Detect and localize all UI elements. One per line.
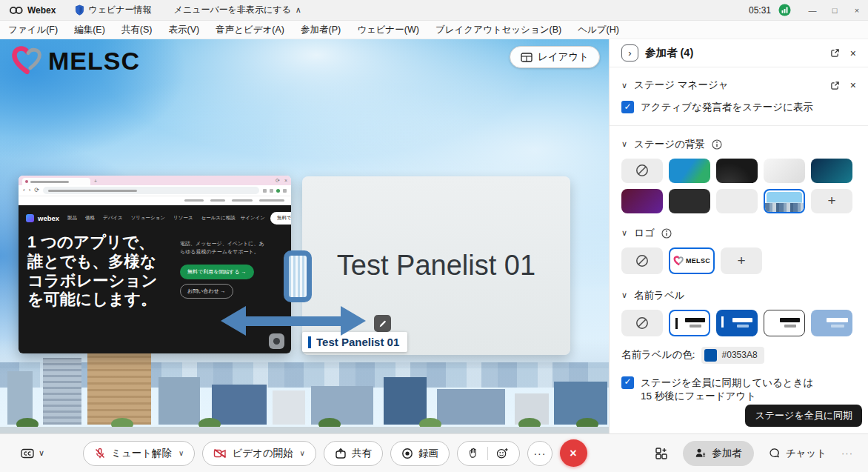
stage-brand-logo: MELSC [10, 45, 140, 76]
background-swatch-teal[interactable] [811, 159, 852, 183]
background-swatch-dark-gray[interactable] [669, 189, 710, 213]
shared-screen-badge-icon [269, 333, 284, 349]
popout-panel-icon[interactable] [830, 48, 840, 58]
collapse-panel-button[interactable]: › [621, 44, 638, 62]
background-swatch-purple[interactable] [621, 189, 663, 213]
site-nav-devices[interactable]: デバイス [103, 215, 123, 222]
stage-manager-section-header[interactable]: ∨ ステージ マネージャ × [621, 76, 856, 94]
popout-stage-manager-icon[interactable] [830, 81, 840, 90]
start-video-button[interactable]: ビデオの開始 ∨ [202, 441, 316, 466]
double-arrow-annotation-left [221, 306, 246, 336]
browser-tab[interactable] [22, 178, 90, 185]
menu-view[interactable]: 表示(V) [160, 24, 207, 36]
minimize-button[interactable]: — [801, 0, 824, 21]
leave-webinar-button[interactable]: × [560, 439, 587, 467]
more-options-button[interactable]: ··· [527, 441, 552, 466]
webex-site-logo-icon [26, 214, 34, 222]
background-swatch-black[interactable] [716, 159, 758, 183]
stage: MELSC レイアウト + ⟳× ‹ › ⟳ [0, 39, 609, 433]
logo-swatch-melsc-selected[interactable]: MELSC [669, 247, 715, 274]
name-label-section-header[interactable]: ∨ 名前ラベル [621, 289, 856, 302]
site-nav-resources[interactable]: リソース [173, 215, 193, 222]
site-link-signin[interactable]: サインイン [241, 215, 265, 222]
edit-name-label-button[interactable] [374, 315, 391, 332]
site-link-sales[interactable]: セールスに相談 [201, 215, 236, 222]
close-window-button[interactable]: × [846, 0, 868, 21]
site-nav-pricing[interactable]: 価格 [85, 215, 95, 222]
active-speaker-checkbox-row[interactable]: ✓ アクティブな発言者をステージに表示 [621, 100, 856, 115]
background-swatch-city-selected[interactable] [764, 189, 805, 213]
bookmark-blurred [232, 199, 253, 202]
name-label-color-value: #0353A8 [722, 350, 758, 360]
chat-toggle-button[interactable]: チャット [769, 447, 827, 460]
add-background-button[interactable]: + [811, 189, 852, 213]
window-close-icon[interactable]: × [284, 178, 287, 183]
window-restore-icon[interactable]: ⟳ [276, 178, 280, 183]
reload-icon[interactable]: ⟳ [34, 187, 39, 193]
close-panel-icon[interactable]: × [850, 48, 856, 59]
menu-share[interactable]: 共有(S) [113, 24, 161, 36]
sync-fade-checkbox-row[interactable]: ✓ ステージを全員に同期しているときは 15 秒後にフェードアウト [621, 376, 856, 404]
site-nav-solutions[interactable]: ソリューション [131, 215, 165, 222]
background-swatch-blue-green[interactable] [669, 159, 710, 183]
prohibited-icon [635, 316, 650, 330]
menu-audio-video[interactable]: 音声とビデオ(A) [207, 24, 293, 36]
participants-toggle-button[interactable]: 参加者 [683, 441, 754, 466]
name-label-style-3[interactable] [764, 310, 805, 336]
maximize-button[interactable]: □ [824, 0, 846, 21]
background-swatch-none[interactable] [621, 159, 663, 183]
stage-brand-logo-text: MELSC [48, 47, 140, 76]
back-icon[interactable]: ‹ [23, 187, 25, 193]
menu-participants[interactable]: 参加者(P) [293, 24, 349, 36]
chevron-down-icon: ∨ [39, 448, 44, 458]
url-field[interactable] [43, 187, 259, 194]
apps-icon[interactable] [655, 447, 668, 460]
webex-website-content: webex 製品 価格 デバイス ソリューション リソース セールスに相談 サイ… [19, 205, 291, 353]
checkbox-checked-icon[interactable]: ✓ [621, 376, 634, 389]
menu-file[interactable]: ファイル(F) [0, 24, 66, 36]
stage-background-section-header[interactable]: ∨ ステージの背景 [621, 138, 856, 151]
sync-stage-button[interactable]: ステージを全員に同期 [745, 405, 862, 427]
sync-fade-label-line2: 15 秒後にフェードアウト [641, 390, 856, 403]
sync-fade-label-line1: ステージを全員に同期しているときは [641, 376, 813, 390]
reactions-button[interactable] [457, 441, 520, 466]
logo-swatch-none[interactable] [621, 247, 663, 274]
prohibited-icon [635, 253, 650, 268]
add-logo-button[interactable]: + [721, 247, 762, 274]
name-label-style-1-selected[interactable] [669, 310, 710, 336]
share-button[interactable]: 共有 [324, 441, 383, 466]
shared-screen-tile[interactable]: + ⟳× ‹ › ⟳ webex 製品 価格 [19, 176, 291, 353]
info-icon [661, 228, 672, 239]
site-primary-button[interactable]: 無料で利用を開始する → [180, 265, 254, 279]
name-label-style-none[interactable] [621, 310, 663, 336]
hide-menubar-button[interactable]: メニューバーを非表示にする ∧ [174, 4, 301, 16]
menu-help[interactable]: ヘルプ(H) [570, 24, 627, 36]
forward-icon[interactable]: › [29, 187, 31, 193]
closed-captions-button[interactable]: ∨ [21, 448, 44, 459]
layout-button[interactable]: レイアウト [510, 46, 600, 68]
background-swatch-white[interactable] [764, 159, 805, 183]
new-tab-button[interactable]: + [94, 179, 97, 184]
name-label-color-picker[interactable]: #0353A8 [701, 347, 764, 364]
record-button[interactable]: 録画 [390, 441, 450, 466]
resize-handle-annotation[interactable] [284, 250, 312, 302]
close-stage-manager-icon[interactable]: × [850, 80, 856, 90]
webinar-info-button[interactable]: ウェビナー情報 [75, 4, 151, 16]
name-label-style-4[interactable] [811, 310, 852, 336]
menu-breakout[interactable]: ブレイクアウトセッション(B) [427, 24, 570, 36]
tab-title-blurred [30, 181, 69, 183]
logo-swatch-text: MELSC [686, 257, 710, 265]
site-cta-button[interactable]: 無料で始める [270, 212, 291, 225]
menu-edit[interactable]: 編集(E) [66, 24, 113, 36]
checkbox-checked-icon[interactable]: ✓ [621, 101, 634, 113]
site-nav-products[interactable]: 製品 [67, 215, 77, 222]
more-panels-button[interactable]: ··· [841, 448, 853, 459]
layout-button-label: レイアウト [538, 50, 589, 64]
background-swatch-light-gray[interactable] [716, 189, 758, 213]
menu-webinar[interactable]: ウェビナー(W) [349, 24, 427, 36]
name-label-style-2[interactable] [716, 310, 758, 336]
bookmarks-bar [19, 196, 291, 205]
site-secondary-button[interactable]: お問い合わせ → [180, 284, 233, 299]
logo-section-header[interactable]: ∨ ロゴ [621, 227, 856, 240]
unmute-button[interactable]: ミュート解除 ∨ [83, 441, 195, 466]
